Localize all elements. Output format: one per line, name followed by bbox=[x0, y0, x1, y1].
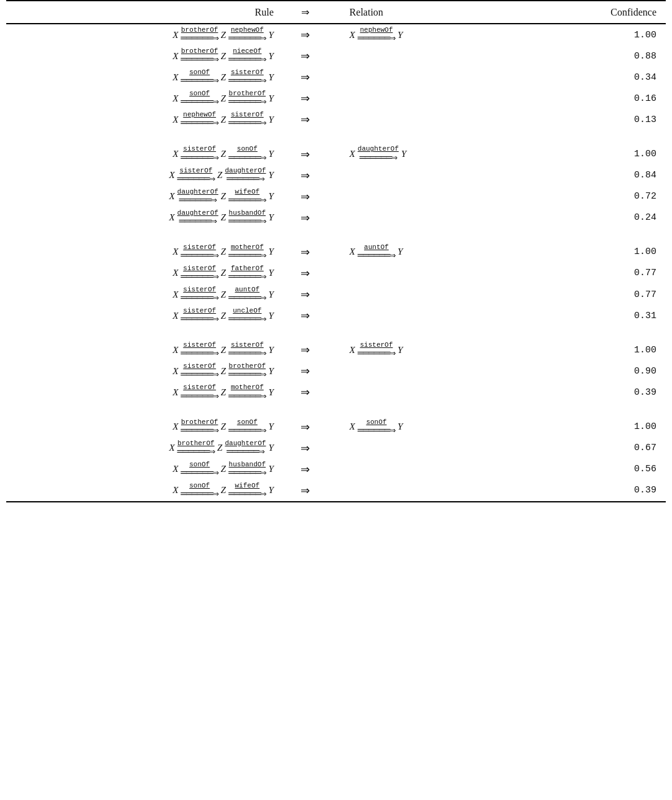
rule-cell: XsisterOf══════⇒ZmotherOf══════⇒Y bbox=[6, 382, 280, 403]
relation-cell bbox=[331, 207, 523, 228]
relation-cell bbox=[331, 263, 523, 284]
confidence-cell: 1.00 bbox=[522, 136, 666, 164]
group-spacer bbox=[6, 403, 666, 410]
table-row: XsonOf══════⇒ZwifeOf══════⇒Y⇒0.39 bbox=[6, 480, 666, 502]
implies-cell: ⇒ bbox=[280, 45, 331, 67]
confidence-cell: 0.84 bbox=[522, 165, 666, 186]
implies-cell: ⇒ bbox=[280, 186, 331, 207]
rules-table: Rule ⇒ Relation Confidence XbrotherOf═══… bbox=[6, 0, 666, 504]
table-row: XsonOf══════⇒ZhusbandOf══════⇒Y⇒0.56 bbox=[6, 459, 666, 480]
relation-cell bbox=[331, 360, 523, 382]
implies-cell: ⇒ bbox=[280, 263, 331, 284]
header-relation: Relation bbox=[331, 1, 523, 24]
table-row: XsisterOf══════⇒ZmotherOf══════⇒Y⇒0.39 bbox=[6, 382, 666, 403]
confidence-cell: 0.39 bbox=[522, 480, 666, 502]
implies-cell: ⇒ bbox=[280, 305, 331, 326]
table-row: XsisterOf══════⇒ZmotherOf══════⇒Y⇒XauntO… bbox=[6, 235, 666, 263]
table-row: XbrotherOf══════⇒ZsonOf══════⇒Y⇒XsonOf══… bbox=[6, 410, 666, 438]
confidence-cell: 0.39 bbox=[522, 382, 666, 403]
table-row: XsisterOf══════⇒ZuncleOf══════⇒Y⇒0.31 bbox=[6, 305, 666, 326]
rule-cell: XdaughterOf══════⇒ZhusbandOf══════⇒Y bbox=[6, 207, 280, 228]
confidence-cell: 0.24 bbox=[522, 207, 666, 228]
relation-cell bbox=[331, 45, 523, 67]
header-confidence: Confidence bbox=[522, 1, 666, 24]
confidence-cell: 0.13 bbox=[522, 109, 666, 130]
rule-cell: XsisterOf══════⇒ZsonOf══════⇒Y bbox=[6, 136, 280, 164]
confidence-cell: 0.77 bbox=[522, 263, 666, 284]
confidence-cell: 0.77 bbox=[522, 284, 666, 305]
implies-cell: ⇒ bbox=[280, 165, 331, 186]
implies-cell: ⇒ bbox=[280, 67, 331, 88]
confidence-cell: 1.00 bbox=[522, 24, 666, 45]
confidence-cell: 1.00 bbox=[522, 235, 666, 263]
relation-cell: XdaughterOf══════⇒Y bbox=[331, 136, 523, 164]
confidence-cell: 0.16 bbox=[522, 88, 666, 109]
relation-cell bbox=[331, 480, 523, 502]
relation-cell bbox=[331, 109, 523, 130]
rule-cell: XsisterOf══════⇒ZfatherOf══════⇒Y bbox=[6, 263, 280, 284]
confidence-cell: 1.00 bbox=[522, 410, 666, 438]
relation-cell: XsonOf══════⇒Y bbox=[331, 410, 523, 438]
rule-cell: XbrotherOf══════⇒ZdaughterOf══════⇒Y bbox=[6, 438, 280, 459]
rule-cell: XdaughterOf══════⇒ZwifeOf══════⇒Y bbox=[6, 186, 280, 207]
header-implies: ⇒ bbox=[280, 1, 331, 24]
implies-cell: ⇒ bbox=[280, 235, 331, 263]
relation-cell bbox=[331, 382, 523, 403]
implies-cell: ⇒ bbox=[280, 136, 331, 164]
rule-cell: XnephewOf══════⇒ZsisterOf══════⇒Y bbox=[6, 109, 280, 130]
relation-cell bbox=[331, 67, 523, 88]
implies-cell: ⇒ bbox=[280, 410, 331, 438]
rule-cell: XsisterOf══════⇒ZbrotherOf══════⇒Y bbox=[6, 360, 280, 382]
relation-cell bbox=[331, 186, 523, 207]
implies-cell: ⇒ bbox=[280, 88, 331, 109]
confidence-cell: 0.56 bbox=[522, 459, 666, 480]
group-spacer bbox=[6, 326, 666, 332]
table-row: XsonOf══════⇒ZsisterOf══════⇒Y⇒0.34 bbox=[6, 67, 666, 88]
table-row: XsisterOf══════⇒ZfatherOf══════⇒Y⇒0.77 bbox=[6, 263, 666, 284]
rule-cell: XbrotherOf══════⇒ZsonOf══════⇒Y bbox=[6, 410, 280, 438]
rule-cell: XbrotherOf══════⇒ZnieceOf══════⇒Y bbox=[6, 45, 280, 67]
implies-cell: ⇒ bbox=[280, 332, 331, 360]
confidence-cell: 0.72 bbox=[522, 186, 666, 207]
table-row: XdaughterOf══════⇒ZhusbandOf══════⇒Y⇒0.2… bbox=[6, 207, 666, 228]
rule-cell: XsisterOf══════⇒ZmotherOf══════⇒Y bbox=[6, 235, 280, 263]
rule-cell: XsonOf══════⇒ZbrotherOf══════⇒Y bbox=[6, 88, 280, 109]
implies-cell: ⇒ bbox=[280, 360, 331, 382]
relation-cell bbox=[331, 165, 523, 186]
confidence-cell: 1.00 bbox=[522, 332, 666, 360]
implies-cell: ⇒ bbox=[280, 207, 331, 228]
rule-cell: XsisterOf══════⇒ZuncleOf══════⇒Y bbox=[6, 305, 280, 326]
implies-cell: ⇒ bbox=[280, 459, 331, 480]
rule-cell: XsonOf══════⇒ZsisterOf══════⇒Y bbox=[6, 67, 280, 88]
rule-cell: XsisterOf══════⇒ZdaughterOf══════⇒Y bbox=[6, 165, 280, 186]
table-row: XsisterOf══════⇒ZsisterOf══════⇒Y⇒Xsiste… bbox=[6, 332, 666, 360]
implies-cell: ⇒ bbox=[280, 284, 331, 305]
main-container: Rule ⇒ Relation Confidence XbrotherOf═══… bbox=[0, 0, 672, 504]
implies-cell: ⇒ bbox=[280, 480, 331, 502]
rule-cell: XbrotherOf══════⇒ZnephewOf══════⇒Y bbox=[6, 24, 280, 45]
relation-cell bbox=[331, 284, 523, 305]
confidence-cell: 0.34 bbox=[522, 67, 666, 88]
table-row: XsisterOf══════⇒ZauntOf══════⇒Y⇒0.77 bbox=[6, 284, 666, 305]
relation-cell: XnephewOf══════⇒Y bbox=[331, 24, 523, 45]
relation-cell bbox=[331, 305, 523, 326]
relation-cell bbox=[331, 438, 523, 459]
relation-cell: XsisterOf══════⇒Y bbox=[331, 332, 523, 360]
header-rule: Rule bbox=[6, 1, 280, 24]
rule-cell: XsonOf══════⇒ZhusbandOf══════⇒Y bbox=[6, 459, 280, 480]
confidence-cell: 0.88 bbox=[522, 45, 666, 67]
header-row: Rule ⇒ Relation Confidence bbox=[6, 1, 666, 24]
confidence-cell: 0.31 bbox=[522, 305, 666, 326]
confidence-cell: 0.67 bbox=[522, 438, 666, 459]
implies-cell: ⇒ bbox=[280, 382, 331, 403]
rule-cell: XsonOf══════⇒ZwifeOf══════⇒Y bbox=[6, 480, 280, 502]
table-row: XbrotherOf══════⇒ZdaughterOf══════⇒Y⇒0.6… bbox=[6, 438, 666, 459]
table-row: XsisterOf══════⇒ZdaughterOf══════⇒Y⇒0.84 bbox=[6, 165, 666, 186]
relation-cell bbox=[331, 88, 523, 109]
table-row: XnephewOf══════⇒ZsisterOf══════⇒Y⇒0.13 bbox=[6, 109, 666, 130]
group-spacer bbox=[6, 228, 666, 235]
rule-cell: XsisterOf══════⇒ZsisterOf══════⇒Y bbox=[6, 332, 280, 360]
table-row: XbrotherOf══════⇒ZnieceOf══════⇒Y⇒0.88 bbox=[6, 45, 666, 67]
table-row: XsisterOf══════⇒ZbrotherOf══════⇒Y⇒0.90 bbox=[6, 360, 666, 382]
table-row: XsisterOf══════⇒ZsonOf══════⇒Y⇒Xdaughter… bbox=[6, 136, 666, 164]
